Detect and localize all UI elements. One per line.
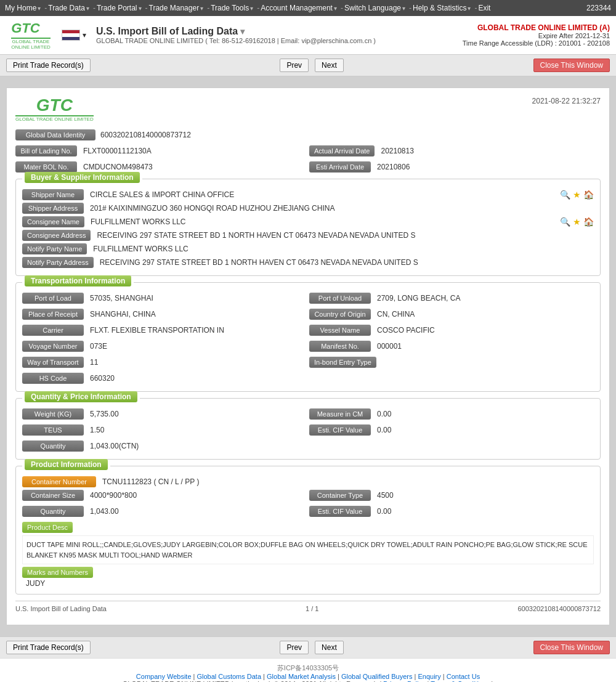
document-area: GTC GLOBAL TRADE ONLINE LIMITED 2021-08-…: [6, 87, 610, 625]
time-range-info: Time Range Accessible (LDR) : 201001 - 2…: [463, 39, 610, 47]
transport-section: Transportation Information Port of Load …: [15, 282, 601, 392]
nav-arrow-icon: ▾: [334, 5, 337, 12]
bottom-print-button[interactable]: Print Trade Record(s): [6, 641, 91, 654]
page-footer: 苏ICP备14033305号 Company Website | Global …: [0, 658, 616, 682]
hs-code-row: HS Code 660320: [22, 373, 594, 384]
manifest-no-label: Manifest No.: [309, 341, 371, 352]
prev-button[interactable]: Prev: [280, 59, 309, 72]
doc-footer: U.S. Import Bill of Lading Data 1 / 1 60…: [15, 601, 601, 616]
shipper-address-label: Shipper Address: [22, 203, 84, 214]
nav-trade-manager[interactable]: Trade Manager ▾: [149, 4, 204, 12]
nav-trade-portal[interactable]: Trade Portal ▾: [97, 4, 142, 12]
nav-trade-tools[interactable]: Trade Tools ▾: [211, 4, 253, 12]
footer-link-global-market[interactable]: Global Market Analysis: [267, 673, 336, 680]
esti-arrival-value: 20210806: [373, 161, 601, 173]
nav-help-statistics[interactable]: Help & Statistics ▾: [413, 4, 471, 12]
expire-info: Expire After 2021-12-31: [463, 32, 610, 39]
nav-account-management[interactable]: Account Management ▾: [261, 4, 337, 12]
bill-of-lading-row: Bill of Lading No. FLXT00001112130A: [15, 145, 307, 156]
mater-bol-value: CMDUCNOM498473: [79, 161, 307, 173]
gtc-logo: GTC GLOBAL TRADEONLINE LIMITED: [6, 20, 55, 51]
container-number-row: Container Number TCNU1112823 ( CN / L / …: [22, 476, 594, 487]
measure-in-cm-label: Measure in CM: [309, 408, 371, 420]
footer-link-global-customs[interactable]: Global Customs Data: [197, 673, 262, 680]
country-of-origin-label: Country of Origin: [309, 309, 371, 320]
manifest-no-row: Manifest No. 000001: [309, 341, 594, 352]
carrier-value: FLXT. FLEXIBLE TRANSPORTATION IN: [86, 325, 307, 336]
page-title-area: U.S. Import Bill of Lading Data ▾ GLOBAL…: [96, 26, 463, 44]
voyage-number-label: Voyage Number: [22, 341, 84, 352]
measure-in-cm-row: Measure in CM 0.00: [309, 408, 594, 420]
esti-cif-value1-value: 0.00: [373, 424, 594, 436]
in-bond-entry-type-value: [379, 361, 594, 363]
consignee-star-icon[interactable]: ★: [573, 217, 581, 227]
port-of-unload-row: Port of Unload 2709, LONG BEACH, CA: [309, 293, 594, 304]
bottom-next-button[interactable]: Next: [315, 641, 344, 654]
measure-in-cm-value: 0.00: [373, 408, 594, 420]
page-title: U.S. Import Bill of Lading Data ▾: [96, 26, 463, 37]
flag-selector[interactable]: ▾: [62, 30, 86, 41]
consignee-home-icon[interactable]: 🏠: [583, 217, 594, 227]
shipper-search-icon[interactable]: 🔍: [560, 190, 570, 200]
notify-party-name-label: Notify Party Name: [22, 243, 87, 254]
hs-code-value: 660320: [86, 373, 594, 384]
nav-my-home[interactable]: My Home ▾: [5, 4, 41, 12]
logo-area: GTC GLOBAL TRADEONLINE LIMITED ▾: [6, 20, 86, 51]
vessel-name-label: Vessel Name: [309, 325, 371, 336]
bottom-prev-button[interactable]: Prev: [280, 641, 309, 654]
product-content: Container Number TCNU1112823 ( CN / L / …: [22, 476, 594, 589]
nav-switch-language[interactable]: Switch Language ▾: [344, 4, 405, 12]
footer-link-global-qualified[interactable]: Global Qualified Buyers: [341, 673, 413, 680]
nav-arrow-icon: ▾: [139, 5, 142, 12]
global-data-identity-label: Global Data Identity: [15, 129, 95, 140]
shipper-name-value: CIRCLE SALES & IMPORT CHINA OFFICE: [86, 189, 551, 200]
actual-arrival-value: 20210813: [377, 145, 601, 156]
transport-content: Port of Load 57035, SHANGHAI Port of Unl…: [22, 293, 594, 384]
doc-timestamp: 2021-08-22 21:32:27: [532, 97, 601, 105]
product-desc-label: Product Desc: [22, 522, 73, 533]
consignee-search-icon[interactable]: 🔍: [560, 217, 570, 227]
consignee-address-row: Consignee Address RECEIVING 297 STATE ST…: [22, 230, 594, 241]
footer-link-company-website[interactable]: Company Website: [136, 673, 192, 680]
footer-link-contact[interactable]: Contact Us: [447, 673, 480, 680]
next-button[interactable]: Next: [315, 59, 344, 72]
weight-kg-label: Weight (KG): [22, 408, 84, 420]
nav-trade-data[interactable]: Trade Data ▾: [48, 4, 89, 12]
manifest-no-value: 000001: [373, 341, 594, 352]
consignee-address-value: RECEIVING 297 STATE STREET BD 1 NORTH HA…: [93, 230, 594, 241]
bottom-close-button[interactable]: Close This Window: [533, 641, 610, 654]
print-button[interactable]: Print Trade Record(s): [6, 59, 91, 72]
company-info: GLOBAL TRADE ONLINE LIMITED (A) Expire A…: [463, 23, 610, 47]
nav-exit[interactable]: Exit: [478, 4, 490, 12]
shipper-home-icon[interactable]: 🏠: [583, 190, 594, 200]
close-button[interactable]: Close This Window: [533, 59, 610, 72]
carrier-row: Carrier FLXT. FLEXIBLE TRANSPORTATION IN: [22, 325, 307, 336]
actual-arrival-row: Actual Arrival Date 20210813: [309, 145, 601, 156]
teus-row: TEUS 1.50: [22, 424, 307, 436]
notify-party-name-row: Notify Party Name FULFILLMENT WORKS LLC: [22, 243, 594, 254]
esti-arrival-label: Esti Arrival Date: [309, 161, 371, 173]
shipper-name-row: Shipper Name CIRCLE SALES & IMPORT CHINA…: [22, 189, 594, 200]
quantity-value: 1,043.00(CTN): [86, 440, 594, 452]
notify-party-name-value: FULFILLMENT WORKS LLC: [89, 243, 594, 254]
footer-link-enquiry[interactable]: Enquiry: [418, 673, 440, 680]
country-of-origin-row: Country of Origin CN, CHINA: [309, 309, 594, 320]
product-quantity-value: 1,043.00: [86, 506, 307, 517]
quantity-price-content: Weight (KG) 5,735.00 Measure in CM 0.00 …: [22, 408, 594, 452]
consignee-name-label: Consignee Name: [22, 216, 84, 227]
container-type-value: 4500: [373, 490, 594, 501]
nav-arrow-icon: ▾: [250, 5, 253, 12]
global-data-identity-value: 6003202108140000873712: [95, 129, 196, 140]
country-of-origin-value: CN, CHINA: [373, 309, 594, 320]
vessel-name-row: Vessel Name COSCO PACIFIC: [309, 325, 594, 336]
bill-of-lading-label: Bill of Lading No.: [15, 145, 77, 156]
product-quantity-label: Quantity: [22, 506, 84, 517]
product-section-title: Product Information: [22, 460, 110, 469]
consignee-name-value: FULFILLMENT WORKS LLC: [87, 216, 551, 227]
shipper-star-icon[interactable]: ★: [573, 190, 581, 200]
product-desc-area: Product Desc DUCT TAPE MINI ROLL;;CANDLE…: [22, 522, 594, 564]
bill-of-lading-value: FLXT00001112130A: [79, 145, 307, 156]
top-toolbar: Print Trade Record(s) Prev Next Close Th…: [0, 55, 616, 76]
port-of-unload-label: Port of Unload: [309, 293, 371, 304]
top-navigation: My Home ▾ - Trade Data ▾ - Trade Portal …: [0, 0, 616, 16]
